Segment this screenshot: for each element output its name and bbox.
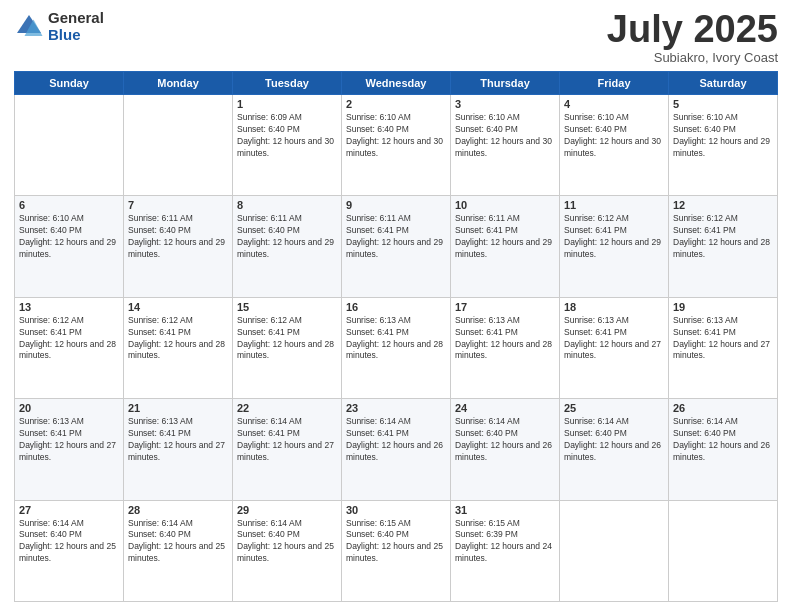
day-info: Sunrise: 6:10 AMSunset: 6:40 PMDaylight:… <box>455 112 555 160</box>
day-number: 7 <box>128 199 228 211</box>
day-info: Sunrise: 6:11 AMSunset: 6:40 PMDaylight:… <box>237 213 337 261</box>
calendar-body: 1 Sunrise: 6:09 AMSunset: 6:40 PMDayligh… <box>15 95 778 602</box>
day-number: 23 <box>346 402 446 414</box>
header-monday: Monday <box>124 72 233 95</box>
calendar-cell: 31 Sunrise: 6:15 AMSunset: 6:39 PMDaylig… <box>451 500 560 601</box>
calendar-cell: 30 Sunrise: 6:15 AMSunset: 6:40 PMDaylig… <box>342 500 451 601</box>
month-title: July 2025 <box>607 10 778 48</box>
calendar-cell: 26 Sunrise: 6:14 AMSunset: 6:40 PMDaylig… <box>669 399 778 500</box>
day-number: 28 <box>128 504 228 516</box>
calendar-week-2: 6 Sunrise: 6:10 AMSunset: 6:40 PMDayligh… <box>15 196 778 297</box>
calendar-cell: 13 Sunrise: 6:12 AMSunset: 6:41 PMDaylig… <box>15 297 124 398</box>
calendar-week-5: 27 Sunrise: 6:14 AMSunset: 6:40 PMDaylig… <box>15 500 778 601</box>
calendar-week-1: 1 Sunrise: 6:09 AMSunset: 6:40 PMDayligh… <box>15 95 778 196</box>
day-info: Sunrise: 6:12 AMSunset: 6:41 PMDaylight:… <box>673 213 773 261</box>
calendar-week-4: 20 Sunrise: 6:13 AMSunset: 6:41 PMDaylig… <box>15 399 778 500</box>
day-number: 31 <box>455 504 555 516</box>
day-number: 25 <box>564 402 664 414</box>
calendar-cell: 3 Sunrise: 6:10 AMSunset: 6:40 PMDayligh… <box>451 95 560 196</box>
calendar-cell: 14 Sunrise: 6:12 AMSunset: 6:41 PMDaylig… <box>124 297 233 398</box>
day-info: Sunrise: 6:12 AMSunset: 6:41 PMDaylight:… <box>564 213 664 261</box>
calendar-cell: 7 Sunrise: 6:11 AMSunset: 6:40 PMDayligh… <box>124 196 233 297</box>
calendar-cell: 17 Sunrise: 6:13 AMSunset: 6:41 PMDaylig… <box>451 297 560 398</box>
calendar-table: Sunday Monday Tuesday Wednesday Thursday… <box>14 71 778 602</box>
calendar-cell: 21 Sunrise: 6:13 AMSunset: 6:41 PMDaylig… <box>124 399 233 500</box>
day-number: 1 <box>237 98 337 110</box>
calendar-cell <box>669 500 778 601</box>
day-number: 6 <box>19 199 119 211</box>
day-info: Sunrise: 6:12 AMSunset: 6:41 PMDaylight:… <box>128 315 228 363</box>
logo-text: General Blue <box>48 10 104 43</box>
day-info: Sunrise: 6:14 AMSunset: 6:40 PMDaylight:… <box>128 518 228 566</box>
day-info: Sunrise: 6:13 AMSunset: 6:41 PMDaylight:… <box>455 315 555 363</box>
day-info: Sunrise: 6:14 AMSunset: 6:41 PMDaylight:… <box>237 416 337 464</box>
calendar-cell: 4 Sunrise: 6:10 AMSunset: 6:40 PMDayligh… <box>560 95 669 196</box>
day-info: Sunrise: 6:14 AMSunset: 6:40 PMDaylight:… <box>673 416 773 464</box>
day-info: Sunrise: 6:11 AMSunset: 6:40 PMDaylight:… <box>128 213 228 261</box>
header: General Blue July 2025 Subiakro, Ivory C… <box>14 10 778 65</box>
header-tuesday: Tuesday <box>233 72 342 95</box>
day-number: 29 <box>237 504 337 516</box>
calendar-cell <box>560 500 669 601</box>
header-wednesday: Wednesday <box>342 72 451 95</box>
day-number: 12 <box>673 199 773 211</box>
calendar-cell: 9 Sunrise: 6:11 AMSunset: 6:41 PMDayligh… <box>342 196 451 297</box>
calendar-cell: 2 Sunrise: 6:10 AMSunset: 6:40 PMDayligh… <box>342 95 451 196</box>
calendar-cell: 27 Sunrise: 6:14 AMSunset: 6:40 PMDaylig… <box>15 500 124 601</box>
logo: General Blue <box>14 10 104 43</box>
day-info: Sunrise: 6:13 AMSunset: 6:41 PMDaylight:… <box>19 416 119 464</box>
location-subtitle: Subiakro, Ivory Coast <box>607 50 778 65</box>
day-number: 8 <box>237 199 337 211</box>
calendar-cell: 1 Sunrise: 6:09 AMSunset: 6:40 PMDayligh… <box>233 95 342 196</box>
calendar-cell: 24 Sunrise: 6:14 AMSunset: 6:40 PMDaylig… <box>451 399 560 500</box>
calendar-week-3: 13 Sunrise: 6:12 AMSunset: 6:41 PMDaylig… <box>15 297 778 398</box>
calendar-cell: 16 Sunrise: 6:13 AMSunset: 6:41 PMDaylig… <box>342 297 451 398</box>
day-info: Sunrise: 6:14 AMSunset: 6:40 PMDaylight:… <box>19 518 119 566</box>
day-number: 30 <box>346 504 446 516</box>
calendar-cell: 19 Sunrise: 6:13 AMSunset: 6:41 PMDaylig… <box>669 297 778 398</box>
day-info: Sunrise: 6:12 AMSunset: 6:41 PMDaylight:… <box>19 315 119 363</box>
header-saturday: Saturday <box>669 72 778 95</box>
day-info: Sunrise: 6:14 AMSunset: 6:40 PMDaylight:… <box>455 416 555 464</box>
day-number: 26 <box>673 402 773 414</box>
day-info: Sunrise: 6:10 AMSunset: 6:40 PMDaylight:… <box>564 112 664 160</box>
day-number: 5 <box>673 98 773 110</box>
day-info: Sunrise: 6:15 AMSunset: 6:39 PMDaylight:… <box>455 518 555 566</box>
day-number: 9 <box>346 199 446 211</box>
day-number: 21 <box>128 402 228 414</box>
day-info: Sunrise: 6:14 AMSunset: 6:41 PMDaylight:… <box>346 416 446 464</box>
logo-general-label: General <box>48 10 104 27</box>
day-info: Sunrise: 6:10 AMSunset: 6:40 PMDaylight:… <box>19 213 119 261</box>
day-number: 15 <box>237 301 337 313</box>
day-number: 14 <box>128 301 228 313</box>
calendar-cell: 18 Sunrise: 6:13 AMSunset: 6:41 PMDaylig… <box>560 297 669 398</box>
day-info: Sunrise: 6:10 AMSunset: 6:40 PMDaylight:… <box>673 112 773 160</box>
calendar-cell: 23 Sunrise: 6:14 AMSunset: 6:41 PMDaylig… <box>342 399 451 500</box>
day-info: Sunrise: 6:13 AMSunset: 6:41 PMDaylight:… <box>564 315 664 363</box>
calendar-cell <box>124 95 233 196</box>
calendar-cell: 20 Sunrise: 6:13 AMSunset: 6:41 PMDaylig… <box>15 399 124 500</box>
day-info: Sunrise: 6:11 AMSunset: 6:41 PMDaylight:… <box>346 213 446 261</box>
day-number: 24 <box>455 402 555 414</box>
day-info: Sunrise: 6:13 AMSunset: 6:41 PMDaylight:… <box>673 315 773 363</box>
page: General Blue July 2025 Subiakro, Ivory C… <box>0 0 792 612</box>
day-info: Sunrise: 6:11 AMSunset: 6:41 PMDaylight:… <box>455 213 555 261</box>
logo-icon <box>14 12 44 42</box>
day-info: Sunrise: 6:13 AMSunset: 6:41 PMDaylight:… <box>128 416 228 464</box>
day-number: 19 <box>673 301 773 313</box>
day-number: 18 <box>564 301 664 313</box>
calendar-cell: 6 Sunrise: 6:10 AMSunset: 6:40 PMDayligh… <box>15 196 124 297</box>
calendar-cell: 12 Sunrise: 6:12 AMSunset: 6:41 PMDaylig… <box>669 196 778 297</box>
day-number: 11 <box>564 199 664 211</box>
day-number: 16 <box>346 301 446 313</box>
weekday-header-row: Sunday Monday Tuesday Wednesday Thursday… <box>15 72 778 95</box>
day-info: Sunrise: 6:09 AMSunset: 6:40 PMDaylight:… <box>237 112 337 160</box>
day-info: Sunrise: 6:13 AMSunset: 6:41 PMDaylight:… <box>346 315 446 363</box>
day-number: 4 <box>564 98 664 110</box>
calendar-header: Sunday Monday Tuesday Wednesday Thursday… <box>15 72 778 95</box>
calendar-cell: 25 Sunrise: 6:14 AMSunset: 6:40 PMDaylig… <box>560 399 669 500</box>
day-info: Sunrise: 6:14 AMSunset: 6:40 PMDaylight:… <box>237 518 337 566</box>
title-area: July 2025 Subiakro, Ivory Coast <box>607 10 778 65</box>
calendar-cell <box>15 95 124 196</box>
day-number: 27 <box>19 504 119 516</box>
